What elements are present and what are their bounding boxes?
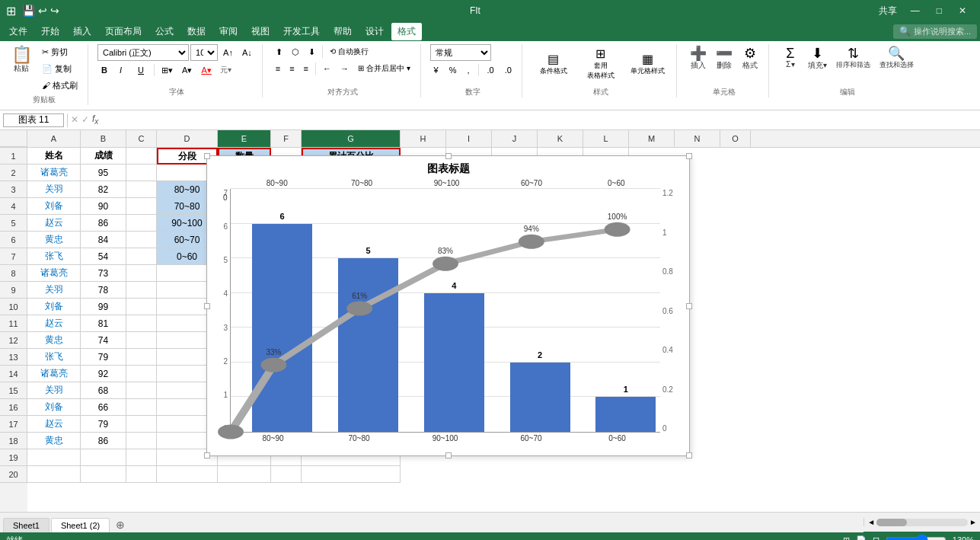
cell-B19[interactable]	[81, 449, 126, 466]
scroll-track[interactable]	[876, 519, 968, 526]
row-header-17[interactable]: 17	[0, 416, 27, 433]
insert-cells-btn[interactable]: ➕ 插入	[686, 44, 710, 73]
menu-insert[interactable]: 插入	[67, 23, 97, 40]
align-middle-btn[interactable]: ⬡	[288, 44, 303, 59]
row-header-4[interactable]: 4	[0, 198, 27, 215]
cell-B2[interactable]: 95	[81, 165, 126, 181]
cell-C1[interactable]	[126, 148, 157, 165]
decimal-inc-btn[interactable]: .0	[484, 62, 498, 78]
cell-C10[interactable]	[126, 299, 157, 315]
search-box[interactable]: 🔍 操作说明搜索...	[893, 24, 977, 39]
col-header-F[interactable]: F	[271, 130, 302, 147]
font-color-btn[interactable]: A▾	[197, 62, 215, 78]
row-header-11[interactable]: 11	[0, 315, 27, 332]
align-top-btn[interactable]: ⬆	[272, 44, 286, 59]
insert-function-icon[interactable]: fx	[92, 113, 98, 126]
sheet-tab-1[interactable]: Sheet1	[3, 518, 49, 532]
chart-plot-area[interactable]: 6 5 4	[230, 189, 660, 433]
border-btn[interactable]: ⊞▾	[158, 62, 177, 78]
cell-E20[interactable]	[218, 466, 271, 483]
col-header-M[interactable]: M	[629, 130, 675, 147]
name-box[interactable]	[3, 113, 64, 127]
cell-C4[interactable]	[126, 198, 157, 215]
share-btn[interactable]: 共享	[879, 5, 897, 18]
cell-C12[interactable]	[126, 332, 157, 349]
cell-A16[interactable]: 刘备	[27, 399, 81, 416]
row-header-6[interactable]: 6	[0, 232, 27, 248]
scroll-left-btn[interactable]: ◄	[867, 518, 875, 526]
font-grow-btn[interactable]: A↑	[219, 45, 237, 60]
menu-data[interactable]: 数据	[181, 23, 212, 40]
cell-C6[interactable]	[126, 232, 157, 248]
sort-filter-btn[interactable]: ⇅ 排序和筛选	[832, 44, 874, 72]
menu-design[interactable]: 设计	[359, 23, 390, 40]
row-header-14[interactable]: 14	[0, 366, 27, 382]
copy-btn[interactable]: 📄 复制	[38, 61, 81, 76]
cell-B14[interactable]: 92	[81, 366, 126, 382]
col-header-K[interactable]: K	[538, 130, 583, 147]
indent-inc-btn[interactable]: →	[337, 61, 353, 76]
col-header-G[interactable]: G	[302, 130, 401, 147]
cell-C20[interactable]	[126, 466, 157, 483]
col-header-N[interactable]: N	[675, 130, 720, 147]
chart-handle-mr[interactable]	[686, 303, 692, 309]
font-name-select[interactable]: Calibri (正文)	[97, 44, 189, 61]
wrap-text-btn[interactable]: ⟲ 自动换行	[326, 44, 372, 59]
col-header-A[interactable]: A	[27, 130, 81, 147]
cell-C7[interactable]	[126, 248, 157, 265]
find-select-btn[interactable]: 🔍 查找和选择	[876, 44, 918, 72]
row-header-12[interactable]: 12	[0, 332, 27, 349]
cell-A13[interactable]: 张飞	[27, 349, 81, 366]
cell-C5[interactable]	[126, 215, 157, 232]
cell-A6[interactable]: 黄忠	[27, 232, 81, 248]
cell-B12[interactable]: 74	[81, 332, 126, 349]
col-header-O[interactable]: O	[720, 130, 751, 147]
menu-view[interactable]: 视图	[245, 23, 276, 40]
menu-pagelayout[interactable]: 页面布局	[99, 23, 148, 40]
cell-B7[interactable]: 54	[81, 248, 126, 265]
number-format-select[interactable]: 常规	[430, 44, 491, 61]
cell-A9[interactable]: 关羽	[27, 282, 81, 299]
row-header-20[interactable]: 20	[0, 466, 27, 483]
cell-A18[interactable]: 黄忠	[27, 433, 81, 449]
row-header-16[interactable]: 16	[0, 399, 27, 416]
cell-C13[interactable]	[126, 349, 157, 366]
cell-C18[interactable]	[126, 433, 157, 449]
cell-B3[interactable]: 82	[81, 181, 126, 198]
chart-handle-tr[interactable]	[686, 153, 692, 159]
row-header-10[interactable]: 10	[0, 299, 27, 315]
row-header-18[interactable]: 18	[0, 433, 27, 449]
minimize-btn[interactable]: —	[903, 4, 927, 18]
font-shrink-btn[interactable]: A↓	[238, 45, 256, 60]
bold-btn[interactable]: B	[97, 62, 114, 78]
col-header-E[interactable]: E	[218, 130, 271, 147]
underline-btn[interactable]: U	[134, 62, 151, 78]
merge-btn[interactable]: ⊞ 合并后居中 ▾	[354, 61, 414, 76]
italic-btn[interactable]: I	[116, 62, 132, 78]
col-header-H[interactable]: H	[401, 130, 446, 147]
horizontal-scrollbar[interactable]: ◄ ►	[863, 518, 980, 526]
align-center-btn[interactable]: ≡	[286, 61, 298, 76]
row-header-1[interactable]: 1	[0, 148, 27, 165]
cell-B9[interactable]: 78	[81, 282, 126, 299]
cell-A8[interactable]: 诸葛亮	[27, 265, 81, 282]
scroll-thumb[interactable]	[876, 519, 907, 526]
cell-B15[interactable]: 68	[81, 382, 126, 399]
format-painter-btn[interactable]: 🖌 格式刷	[38, 78, 81, 93]
chart-handle-tm[interactable]	[445, 153, 452, 159]
confirm-formula-icon[interactable]: ✓	[81, 114, 89, 125]
col-header-I[interactable]: I	[446, 130, 492, 147]
col-header-L[interactable]: L	[583, 130, 629, 147]
fill-color-btn[interactable]: A▾	[178, 62, 196, 78]
col-header-D[interactable]: D	[157, 130, 218, 147]
cell-A17[interactable]: 赵云	[27, 416, 81, 433]
cell-C9[interactable]	[126, 282, 157, 299]
col-header-J[interactable]: J	[492, 130, 538, 147]
row-header-8[interactable]: 8	[0, 265, 27, 282]
chart-handle-tl[interactable]	[204, 153, 210, 159]
cell-C17[interactable]	[126, 416, 157, 433]
table-style-btn[interactable]: ⊞ 套用 表格样式	[579, 44, 623, 83]
align-left-btn[interactable]: ≡	[272, 61, 284, 76]
view-normal-icon[interactable]: ⊞	[843, 535, 850, 541]
quick-save-btn[interactable]: 💾	[22, 5, 35, 17]
